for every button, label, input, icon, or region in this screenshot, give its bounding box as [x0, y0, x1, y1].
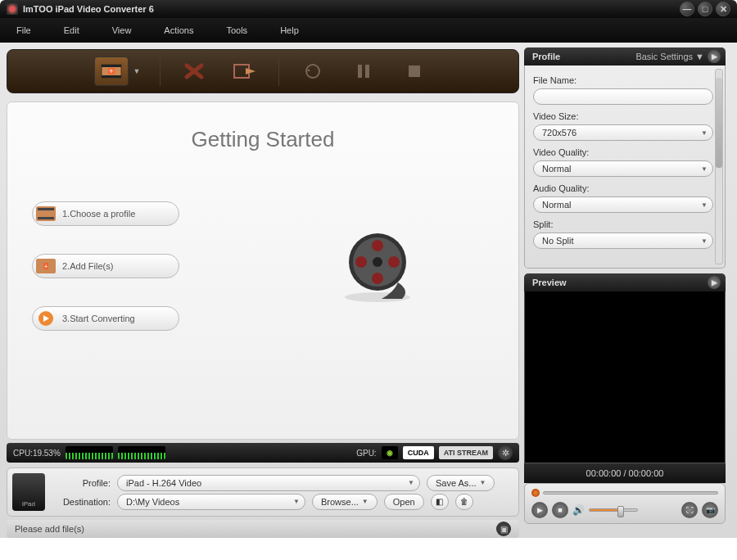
menu-view[interactable]: View [112, 25, 132, 35]
snapshot-button[interactable]: 📷 [702, 502, 718, 518]
undo-button[interactable] [296, 56, 330, 86]
svg-text:+: + [44, 263, 48, 270]
svg-point-24 [373, 257, 382, 267]
pause-button[interactable] [346, 56, 381, 86]
ipad-icon: iPad [12, 473, 45, 511]
preview-expand-button[interactable]: ▶ [708, 276, 721, 289]
add-file-icon: + [94, 56, 129, 86]
convert-button[interactable] [228, 56, 262, 86]
menu-file[interactable]: File [16, 25, 31, 35]
browse-button[interactable]: Browse...▼ [312, 494, 378, 510]
svg-rect-11 [38, 208, 54, 210]
profile-panel: Profile Basic Settings ▼ ▶ File Name: Vi… [524, 47, 726, 269]
profile-step-icon [34, 205, 57, 223]
toolbar: + ▼ [7, 49, 519, 93]
menu-tools[interactable]: Tools [226, 25, 247, 35]
open-button[interactable]: Open [384, 494, 424, 510]
film-reel-icon [337, 225, 418, 307]
profile-panel-title: Profile [532, 52, 560, 61]
stop-playback-button[interactable]: ■ [552, 502, 568, 518]
add-step-icon: + [34, 257, 57, 275]
step-choose-profile[interactable]: 1.Choose a profile [32, 201, 179, 226]
nvidia-badge: ◉ [382, 446, 398, 459]
status-text: Please add file(s) [15, 524, 84, 534]
undo-icon [304, 62, 322, 80]
app-icon [7, 3, 18, 15]
clear-button[interactable]: ◧ [431, 494, 449, 510]
step-label: 3.Start Converting [62, 314, 135, 323]
svg-rect-7 [358, 65, 362, 78]
step-start-converting[interactable]: 3.Start Converting [32, 306, 179, 331]
content-area: Getting Started 1.Choose a profile + 2.A… [7, 102, 519, 440]
status-bar: Please add file(s) ▣ [7, 520, 519, 538]
preview-panel-title: Preview [532, 278, 567, 287]
time-display: 00:00:00 / 00:00:00 [524, 463, 726, 483]
window-title: ImTOO iPad Video Converter 6 [23, 4, 154, 14]
svg-rect-2 [102, 75, 121, 78]
svg-rect-12 [38, 217, 54, 219]
video-quality-select[interactable]: Normal [533, 160, 713, 177]
stop-button[interactable] [397, 56, 432, 86]
toolbar-separator-2 [278, 56, 279, 86]
cpu-graph-icon [66, 446, 113, 459]
menu-help[interactable]: Help [280, 25, 299, 35]
split-label: Split: [533, 219, 713, 229]
audio-quality-label: Audio Quality: [533, 183, 713, 193]
minimize-button[interactable]: — [680, 2, 694, 16]
play-button[interactable]: ▶ [531, 502, 548, 518]
menu-edit[interactable]: Edit [64, 25, 79, 35]
convert-icon [233, 61, 257, 81]
basic-settings-link[interactable]: Basic Settings ▼ [635, 52, 704, 61]
profile-scrollbar[interactable] [715, 69, 723, 264]
file-name-input[interactable] [533, 88, 713, 105]
svg-point-21 [372, 273, 383, 284]
video-size-select[interactable]: 720x576 [533, 124, 713, 141]
delete-output-button[interactable]: 🗑 [455, 494, 473, 510]
save-as-button[interactable]: Save As...▼ [427, 475, 495, 491]
step-label: 2.Add File(s) [62, 261, 113, 271]
cpu-label: CPU:19.53% [13, 449, 61, 458]
title-bar: ImTOO iPad Video Converter 6 — □ ✕ [0, 0, 737, 18]
add-dropdown-icon: ▼ [130, 67, 144, 75]
cpu-bar: CPU:19.53% GPU: ◉ CUDA ATI STREAM ✲ [7, 443, 519, 463]
main-area: + ▼ Getting Started [0, 43, 737, 538]
svg-point-20 [372, 240, 383, 251]
gpu-settings-button[interactable]: ✲ [498, 445, 513, 460]
getting-started-title: Getting Started [7, 127, 518, 152]
player-controls: ▶ ■ 🔊 ⛶ 📷 [524, 483, 726, 524]
step-add-files[interactable]: + 2.Add File(s) [32, 254, 179, 278]
profile-select[interactable]: iPad - H.264 Video [117, 475, 420, 491]
stop-icon [407, 64, 422, 79]
video-size-label: Video Size: [533, 111, 713, 121]
bottom-panel: iPad Profile: iPad - H.264 Video Save As… [7, 467, 519, 517]
maximize-button[interactable]: □ [698, 2, 712, 16]
volume-slider[interactable] [589, 508, 638, 512]
step-label: 1.Choose a profile [62, 209, 135, 219]
svg-rect-8 [365, 65, 369, 78]
audio-quality-select[interactable]: Normal [533, 196, 713, 213]
svg-point-22 [355, 256, 367, 268]
profile-label: Profile: [53, 478, 111, 488]
menu-bar: File Edit View Actions Tools Help [0, 18, 737, 43]
file-name-label: File Name: [533, 75, 713, 85]
left-column: + ▼ Getting Started [0, 43, 524, 538]
destination-select[interactable]: D:\My Videos [117, 494, 305, 510]
seek-bar[interactable] [531, 489, 718, 497]
profile-expand-button[interactable]: ▶ [708, 50, 721, 63]
convert-step-icon [34, 309, 57, 327]
ati-badge: ATI STREAM [439, 446, 493, 459]
delete-button[interactable] [177, 56, 211, 86]
split-select[interactable]: No Split [533, 233, 713, 249]
video-quality-label: Video Quality: [533, 147, 713, 157]
add-split-button[interactable]: + ▼ [94, 56, 144, 86]
svg-rect-9 [409, 65, 420, 77]
close-button[interactable]: ✕ [716, 2, 730, 16]
menu-actions[interactable]: Actions [164, 25, 193, 35]
crop-button[interactable]: ⛶ [681, 502, 698, 518]
status-action-button[interactable]: ▣ [496, 522, 511, 536]
svg-text:+: + [109, 67, 113, 75]
preview-video-area [524, 291, 726, 463]
seek-thumb-icon [531, 489, 540, 497]
svg-point-23 [388, 256, 400, 268]
toolbar-separator [160, 56, 161, 86]
